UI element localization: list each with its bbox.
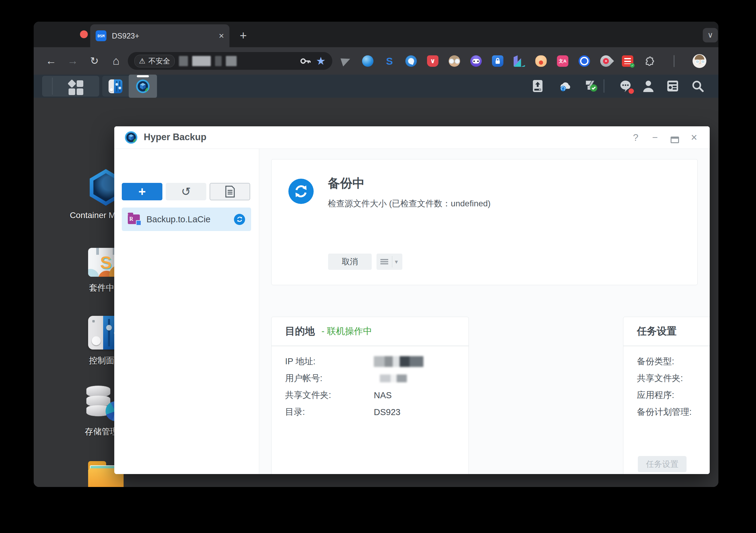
destination-row: 共享文件夹: NAS [285, 389, 460, 401]
search-icon[interactable] [690, 79, 705, 93]
settings-row: 应用程序: 无 [637, 389, 710, 401]
sidebar-extension-icon[interactable]: S [384, 55, 395, 67]
task-settings-button-disabled[interactable]: 任务设置 [638, 456, 687, 472]
shield-extension-icon[interactable]: ∨ [427, 55, 439, 67]
destination-row: 目录: DS923 [285, 406, 460, 418]
tab-close-icon[interactable]: × [219, 31, 224, 40]
window-title: Hyper Backup [144, 132, 206, 143]
notifications-icon[interactable] [618, 79, 633, 93]
dsm-taskbar [34, 74, 718, 98]
task-settings-title: 任务设置 [637, 324, 677, 338]
password-key-icon[interactable] [299, 55, 311, 67]
browser-tabstrip: DSM DS923+ × + ∨ [34, 22, 718, 47]
task-syncing-badge [234, 214, 245, 225]
back-icon[interactable]: ← [43, 52, 60, 69]
menu-lines-icon [380, 259, 388, 265]
reload-icon[interactable]: ↻ [86, 52, 103, 69]
forward-icon[interactable]: → [64, 52, 81, 69]
backup-task-item[interactable]: R Backup.to.LaCie [122, 208, 251, 231]
user-icon[interactable] [641, 79, 656, 93]
split-divider [392, 256, 392, 267]
taskbar-separator [604, 79, 605, 93]
maximize-button[interactable] [668, 134, 682, 142]
proxy-extension-icon[interactable] [405, 55, 417, 67]
ring-extension-icon[interactable] [579, 55, 590, 67]
tab-title: DS923+ [112, 32, 219, 40]
drive-status-icon[interactable] [584, 79, 598, 93]
blob-extension-icon[interactable] [535, 55, 547, 67]
widgets-icon[interactable] [665, 79, 680, 93]
cloud-sync-icon[interactable] [558, 79, 573, 93]
backup-status-card: 备份中 检查源文件大小 (已检查文件数：undefined) 取消 ▾ [271, 159, 698, 285]
status-title: 备份中 [328, 175, 365, 192]
avatar-extension-icon[interactable] [449, 55, 460, 67]
history-icon: ↺ [181, 185, 191, 198]
balloon-extension-icon[interactable] [362, 55, 373, 67]
external-device-icon[interactable] [530, 79, 545, 93]
redacted-ip-value [374, 356, 423, 367]
log-button[interactable] [210, 183, 250, 200]
hyper-backup-app-icon [124, 130, 138, 144]
task-folder-icon: R [128, 214, 140, 224]
taskbar-hyper-backup-active[interactable] [129, 74, 157, 98]
browser-toolbar: ← → ↻ ⌂ ⚠ 不安全 ★ [34, 47, 718, 74]
cancel-button[interactable]: 取消 [328, 254, 372, 270]
hyper-backup-sidebar: + ↺ R Backup.to.LaCie [114, 149, 259, 474]
task-name: Backup.to.LaCie [147, 214, 234, 224]
main-menu-button[interactable] [42, 76, 99, 97]
task-settings-panel: 任务设置 备份类型: 文件夹和套件 共享文件夹: 1Panel, Develop… [623, 317, 710, 474]
eyes-extension-icon[interactable] [470, 55, 482, 67]
status-detail: 检查源文件大小 (已检查文件数：undefined) [328, 198, 491, 210]
hyper-backup-window: Hyper Backup ? − × + ↺ R [114, 126, 710, 474]
warning-icon: ⚠ [139, 57, 146, 65]
document-icon [225, 185, 235, 198]
destination-row: 用户帐号: [285, 372, 460, 384]
translate-extension-icon[interactable]: 文A [557, 55, 568, 67]
redacted-url-segment [179, 56, 188, 66]
settings-row: 共享文件夹: 1Panel, Developer, Me... [637, 372, 710, 384]
hyper-backup-titlebar[interactable]: Hyper Backup ? − × [114, 126, 710, 149]
destination-header: 目的地 - 联机操作中 [272, 317, 469, 346]
destination-row: IP 地址: [285, 355, 460, 368]
dsm-favicon: DSM [95, 30, 106, 41]
tab-overview-button[interactable]: ∨ [703, 28, 718, 42]
notes-extension-icon[interactable]: ✓ [622, 55, 633, 67]
help-button[interactable]: ? [629, 131, 642, 144]
hyper-backup-icon [135, 79, 150, 94]
redacted-url-segment [215, 56, 222, 66]
app-grid-icon [68, 80, 87, 94]
send-extension-icon[interactable] [340, 55, 352, 67]
security-label: 不安全 [148, 56, 170, 66]
close-button[interactable]: × [688, 131, 701, 144]
profile-avatar[interactable] [692, 54, 706, 68]
destination-panel: 目的地 - 联机操作中 IP 地址: 用户帐号: 共享文件夹: NAS [271, 317, 469, 474]
notification-badge [629, 88, 634, 94]
browser-tab[interactable]: DSM DS923+ × [90, 24, 230, 47]
macos-close-button[interactable] [80, 30, 88, 38]
blocker-extension-icon[interactable]: × [598, 53, 614, 69]
m-extension-icon[interactable] [514, 55, 525, 67]
settings-row: 备份类型: 文件夹和套件 [637, 355, 710, 368]
minimize-button[interactable]: − [648, 131, 662, 144]
bookmark-star-icon[interactable]: ★ [316, 55, 326, 67]
task-actions-split-button[interactable]: ▾ [376, 254, 402, 270]
extensions-puzzle-icon[interactable] [643, 55, 655, 67]
taskbar-control-panel-icon[interactable] [109, 79, 122, 93]
online-status: - 联机操作中 [321, 325, 372, 337]
history-button[interactable]: ↺ [166, 183, 206, 200]
security-chip[interactable]: ⚠ 不安全 [134, 55, 175, 68]
home-icon[interactable]: ⌂ [108, 52, 124, 69]
browser-window: DSM DS923+ × + ∨ ← → ↻ ⌂ ⚠ 不安全 [34, 22, 718, 487]
add-task-button[interactable]: + [122, 183, 162, 200]
toolbar-separator [674, 55, 674, 67]
redacted-account-value [380, 375, 407, 382]
screen: DSM DS923+ × + ∨ ← → ↻ ⌂ ⚠ 不安全 [0, 0, 756, 533]
task-settings-header: 任务设置 [623, 317, 710, 346]
redacted-url-segment [192, 56, 211, 66]
active-app-indicator [137, 75, 149, 77]
settings-row: 备份计划管理: 时间: 09:00 间隔: 周二 [637, 406, 710, 418]
extension-row: S ∨ 文A × ✓ ⋮ [340, 53, 718, 70]
new-tab-button[interactable]: + [236, 28, 251, 43]
address-bar[interactable]: ⚠ 不安全 ★ [128, 52, 332, 70]
password-manager-extension-icon[interactable] [492, 55, 503, 67]
